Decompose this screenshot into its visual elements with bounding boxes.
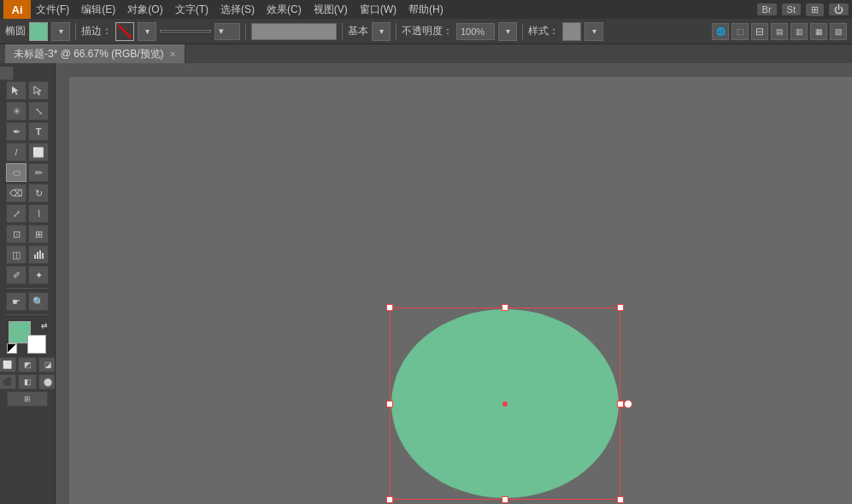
style-label: 样式： xyxy=(528,24,559,38)
menu-file[interactable]: 文件(F) xyxy=(31,1,74,19)
menu-window[interactable]: 窗口(W) xyxy=(355,1,402,19)
view-mode-btn2[interactable]: ◧ xyxy=(18,374,37,390)
fill-color-swatch[interactable] xyxy=(29,22,48,41)
handle-middle-left[interactable] xyxy=(386,401,393,407)
swap-colors[interactable]: ⇄ xyxy=(41,321,48,330)
handle-circle-right[interactable] xyxy=(624,400,632,408)
variable-width-input[interactable] xyxy=(251,23,337,40)
mesh-tool[interactable]: ⊞ xyxy=(28,225,49,243)
scale-tool[interactable]: ⤢ xyxy=(6,204,26,223)
color-reset[interactable] xyxy=(7,343,17,354)
view-mode-btn3[interactable]: ⬤ xyxy=(38,374,56,390)
align-btn-1[interactable]: 🌐 xyxy=(712,23,729,40)
tool-row-5: ⬭ ✏ xyxy=(0,163,55,182)
background-color[interactable] xyxy=(27,335,46,354)
bridge-icon[interactable]: Br xyxy=(757,3,777,15)
menu-select[interactable]: 选择(S) xyxy=(215,1,260,19)
handle-top-right[interactable] xyxy=(617,304,624,311)
magic-wand-tool[interactable]: ✳ xyxy=(6,102,26,120)
stroke-style-select[interactable]: ▾ xyxy=(214,23,240,40)
tab-title: 未标题-3* @ 66.67% (RGB/预览) xyxy=(14,47,164,62)
handle-bottom-center[interactable] xyxy=(502,496,508,503)
menu-edit[interactable]: 编辑(E) xyxy=(76,1,120,19)
handle-top-left[interactable] xyxy=(386,304,393,311)
stroke-arrow[interactable]: ▾ xyxy=(138,22,156,41)
ruler-horizontal: /* ruler ticks inline not possible - han… xyxy=(56,63,852,77)
pencil-tool[interactable]: ✏ xyxy=(28,163,49,182)
ellipse-selection[interactable] xyxy=(390,308,620,500)
handle-bottom-right[interactable] xyxy=(617,496,624,503)
rotate-tool[interactable]: ↻ xyxy=(28,184,49,202)
menu-effect[interactable]: 效果(C) xyxy=(261,1,307,19)
right-toolbar-buttons: 🌐 ⬚ ⊟ ▤ ▥ ▦ ▧ xyxy=(712,23,847,40)
opacity-label: 不透明度： xyxy=(402,24,453,38)
opacity-input[interactable]: 100% xyxy=(456,23,495,40)
selection-tool[interactable] xyxy=(6,81,26,100)
bottom-tools: ⬜ ◩ ◪ ⬛ ◧ ⬤ ⊞ xyxy=(0,357,56,407)
bottom-tool-row-1: ⬜ ◩ ◪ xyxy=(0,357,56,372)
menu-help[interactable]: 帮助(H) xyxy=(403,1,449,19)
handle-bottom-left[interactable] xyxy=(386,496,393,503)
artboard[interactable] xyxy=(69,77,852,504)
tool-row-3: ✒ T xyxy=(0,122,55,141)
hand-tool[interactable]: ☛ xyxy=(6,292,26,311)
menu-object[interactable]: 对象(O) xyxy=(122,1,167,19)
color-separator xyxy=(6,314,49,315)
direct-selection-tool[interactable] xyxy=(28,81,49,100)
handle-top-center[interactable] xyxy=(502,304,508,311)
swap-fill-stroke[interactable]: ◪ xyxy=(38,357,56,372)
free-transform-tool[interactable]: ⊡ xyxy=(6,225,26,243)
tool-row-2: ✳ ⤡ xyxy=(0,102,55,120)
align-btn-4[interactable]: ▤ xyxy=(771,23,788,40)
opacity-arrow[interactable]: ▾ xyxy=(498,22,517,41)
svg-rect-3 xyxy=(42,253,44,259)
shape-tool[interactable]: ⬜ xyxy=(28,143,49,161)
menu-items: 文件(F) 编辑(E) 对象(O) 文字(T) 选择(S) 效果(C) 视图(V… xyxy=(31,1,757,19)
align-btn-6[interactable]: ▦ xyxy=(810,23,827,40)
style-arrow[interactable]: ▾ xyxy=(585,22,603,41)
handle-middle-right[interactable] xyxy=(617,401,624,407)
change-screen-mode[interactable]: ⬜ xyxy=(0,357,16,372)
lasso-tool[interactable]: ⤡ xyxy=(28,102,49,120)
base-dropdown[interactable]: ▾ xyxy=(372,22,391,41)
paintbrush-tool[interactable]: ✐ xyxy=(6,266,26,284)
style-swatch[interactable] xyxy=(562,22,581,41)
gradient-tool[interactable]: ◫ xyxy=(6,245,26,264)
ai-logo[interactable]: Ai xyxy=(3,0,31,19)
ellipse-center-point xyxy=(502,401,508,407)
tool-row-7: ⤢ ⌇ xyxy=(0,204,55,223)
tools-panel: ✳ ⤡ ✒ T / ⬜ ⬭ ✏ ⌫ ↻ ⤢ ⌇ ⊡ ⊞ ◫ xyxy=(0,63,56,504)
stock-icon[interactable]: St xyxy=(782,3,801,15)
warp-tool[interactable]: ⌇ xyxy=(28,204,49,223)
fill-arrow[interactable]: ▾ xyxy=(51,22,70,41)
align-btn-7[interactable]: ▧ xyxy=(830,23,847,40)
stroke-line-preview xyxy=(160,30,211,32)
align-btn-5[interactable]: ▥ xyxy=(790,23,808,40)
line-tool[interactable]: / xyxy=(6,143,26,161)
sep3 xyxy=(342,23,343,40)
grid-icon[interactable]: ⊞ xyxy=(806,3,824,16)
power-icon[interactable]: ⏻ xyxy=(829,3,849,15)
menu-view[interactable]: 视图(V) xyxy=(308,1,353,19)
stroke-color-swatch[interactable] xyxy=(115,22,134,41)
zoom-tool[interactable]: 🔍 xyxy=(28,292,49,311)
art-board-btn[interactable]: ⊞ xyxy=(7,391,48,407)
canvas-area[interactable]: /* ruler ticks inline not possible - han… xyxy=(56,63,852,504)
ruler-vertical xyxy=(56,77,69,504)
toggle-visibility[interactable]: ◩ xyxy=(18,357,37,372)
tab-close-button[interactable]: ✕ xyxy=(169,50,176,59)
document-tab[interactable]: 未标题-3* @ 66.67% (RGB/预览) ✕ xyxy=(5,44,185,63)
tabbar: 未标题-3* @ 66.67% (RGB/预览) ✕ xyxy=(0,44,852,63)
base-label: 基本 xyxy=(348,24,368,38)
align-btn-2[interactable]: ⬚ xyxy=(732,23,749,40)
view-mode-btn1[interactable]: ⬛ xyxy=(0,374,16,390)
ellipse-tool[interactable]: ⬭ xyxy=(6,163,26,182)
chart-tool[interactable] xyxy=(28,245,49,264)
menu-text[interactable]: 文字(T) xyxy=(170,1,214,19)
align-btn-3[interactable]: ⊟ xyxy=(751,23,768,40)
color-area: ⇄ xyxy=(5,321,50,354)
text-tool[interactable]: T xyxy=(28,122,49,141)
pen-tool[interactable]: ✒ xyxy=(6,122,26,141)
eraser-tool[interactable]: ⌫ xyxy=(6,184,26,202)
symbol-sprayer-tool[interactable]: ✦ xyxy=(28,266,49,284)
